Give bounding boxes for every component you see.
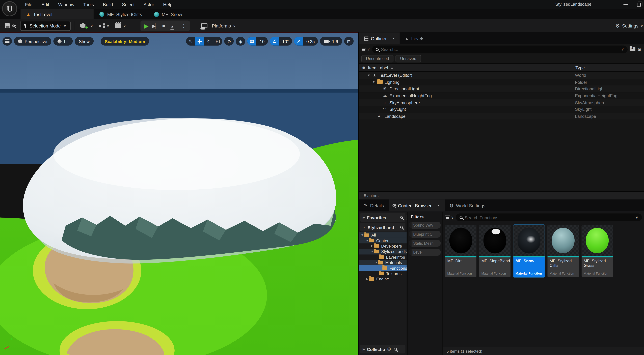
tab-content-browser[interactable]: Content Browser ×	[389, 199, 445, 211]
menu-tools[interactable]: Tools	[79, 0, 98, 8]
rotation-snap-control[interactable]: ∠ 10°	[270, 37, 292, 45]
tab-details[interactable]: ✎ Details	[359, 199, 389, 211]
filter-sound-wave[interactable]: Sound Wav	[409, 222, 441, 229]
unreal-logo-icon[interactable]: U	[2, 1, 17, 16]
scale-tool-button[interactable]: ◱	[213, 37, 222, 45]
move-tool-button[interactable]	[195, 37, 204, 45]
menu-help[interactable]: Help	[159, 0, 177, 8]
scale-snap-control[interactable]: ↗ 0.25	[294, 37, 318, 45]
outliner-row-testlevel[interactable]: ▼ ▲ TestLevel (Editor) World	[359, 72, 644, 79]
menu-actor[interactable]: Actor	[139, 0, 159, 8]
search-icon[interactable]	[400, 226, 403, 228]
grid-snap-control[interactable]: ▦ 10	[247, 37, 268, 45]
filter-static-mesh[interactable]: Static Mesh	[409, 240, 441, 247]
filter-level[interactable]: Level	[409, 249, 441, 256]
menu-file[interactable]: File	[20, 0, 37, 8]
panel-divider[interactable]	[442, 212, 443, 355]
folder-developers[interactable]: ▶ Developers	[359, 243, 406, 249]
menu-window[interactable]: Window	[54, 0, 79, 8]
show-dropdown[interactable]: Show	[75, 37, 94, 45]
close-icon[interactable]: ×	[438, 203, 440, 208]
scalability-button[interactable]: Scalability: Medium	[101, 37, 149, 45]
menu-select[interactable]: Select	[118, 0, 139, 8]
folder-content[interactable]: ▼ Content	[359, 238, 406, 243]
asset-mf-snow-selected[interactable]: MF_Snow Material Function	[513, 225, 544, 277]
filter-blueprint-class[interactable]: Blueprint Cl	[409, 231, 441, 238]
camera-speed-control[interactable]: 1.6	[320, 37, 342, 45]
selection-mode-dropdown[interactable]: Selection Mode ∨	[20, 21, 71, 31]
tab-levels[interactable]: ▲ Levels	[400, 32, 429, 44]
asset-mf-slopeblend[interactable]: MF_SlopeBlend Material Function	[479, 225, 510, 277]
frame-skip-button[interactable]: ▶▏	[150, 20, 159, 31]
eye-icon[interactable]: ◉	[362, 65, 366, 69]
outliner-filter-button[interactable]: ∨	[362, 47, 370, 51]
collections-header[interactable]: ▶ Collectio ⊕	[360, 345, 405, 353]
outliner-row-landscape[interactable]: ▲ Landscape Landscape	[359, 113, 644, 119]
angle-icon: ∠	[270, 37, 279, 45]
folder-materials[interactable]: ▼ Materials	[359, 260, 406, 265]
play-button[interactable]: ▶	[142, 20, 150, 31]
uncontrolled-button[interactable]: Uncontrolled	[362, 55, 394, 62]
settings-dropdown[interactable]: ⚙ Settings ∨	[615, 23, 644, 28]
maximize-viewport-button[interactable]: ⊞	[344, 37, 354, 45]
asset-mf-dirt[interactable]: MF_Dirt Material Function	[445, 225, 476, 277]
save-icon[interactable]	[5, 23, 10, 28]
tab-mf-stylizedcliffs[interactable]: MF_StylizedCliffs	[94, 9, 148, 19]
outliner-row-skylight[interactable]: ◠ SkyLight SkyLight	[359, 106, 644, 113]
viewport-menu-button[interactable]	[2, 37, 12, 45]
source-header[interactable]: ▼ StylizedLand	[360, 223, 405, 232]
search-icon[interactable]	[400, 216, 403, 219]
type-column[interactable]: Type	[572, 64, 644, 71]
outliner-search-input[interactable]: Search... ∨	[372, 45, 628, 53]
surface-snap-button[interactable]: ◈	[236, 37, 245, 45]
lit-dropdown[interactable]: Lit	[53, 37, 72, 45]
world-local-toggle[interactable]: ⊕	[224, 37, 234, 45]
select-tool-button[interactable]: ↖	[186, 37, 195, 45]
tab-outliner[interactable]: Outliner ×	[359, 32, 400, 44]
menu-build[interactable]: Build	[98, 0, 118, 8]
tab-mf-snow[interactable]: MF_Snow	[148, 9, 188, 19]
outliner-row-directionallight[interactable]: ☀ DirectionalLight DirectionalLight	[359, 85, 644, 92]
minimize-button[interactable]	[624, 4, 628, 5]
new-folder-button[interactable]	[630, 47, 636, 51]
restore-button[interactable]	[637, 3, 641, 6]
cinematics-dropdown[interactable]: ∨	[115, 23, 126, 28]
caret-expanded-icon[interactable]: ▼	[372, 80, 375, 84]
caret-expanded-icon[interactable]: ▼	[367, 73, 370, 77]
folder-textures[interactable]: Textures	[359, 271, 406, 276]
item-label-column[interactable]: Item Label	[368, 65, 388, 70]
folder-functions[interactable]: Functions	[359, 265, 406, 271]
material-sphere-thumbnail	[483, 228, 506, 253]
rotate-tool-button[interactable]: ↻	[204, 37, 213, 45]
unsaved-button[interactable]: Unsaved	[396, 55, 421, 62]
folder-all[interactable]: ▼ All	[359, 232, 406, 238]
outliner-row-lighting[interactable]: ▼ Lighting Folder	[359, 79, 644, 85]
asset-filter-button[interactable]: ∨	[445, 215, 454, 219]
play-options-button[interactable]: ⋮	[180, 20, 188, 31]
blueprints-dropdown[interactable]: ∨	[99, 23, 109, 28]
outliner-row-exponentialheightfog[interactable]: ☁ ExponentialHeightFog ExponentialHeight…	[359, 92, 644, 99]
favorites-header[interactable]: ▶ Favorites	[360, 213, 405, 222]
stop-button[interactable]: ■	[159, 20, 168, 31]
add-actor-dropdown[interactable]: + ∨	[80, 21, 93, 30]
folder-layerinfos[interactable]: Layerinfos	[359, 254, 406, 260]
sort-ascending-icon[interactable]: ▲	[390, 66, 394, 69]
viewport[interactable]: z Perspective Lit Show Scalability: Medi…	[0, 32, 358, 355]
asset-search-input[interactable]: Search Functions ∨	[456, 213, 642, 221]
search-icon[interactable]	[394, 348, 397, 351]
asset-mf-stylized-grass[interactable]: MF_Stylized Grass Material Function	[582, 225, 613, 277]
asset-mf-stylized-cliffs[interactable]: MF_Stylized Cliffs Material Function	[548, 225, 578, 277]
eject-button[interactable]: ▲	[168, 20, 176, 31]
close-icon[interactable]: ×	[392, 36, 395, 41]
add-collection-icon[interactable]: ⊕	[387, 347, 391, 352]
outliner-row-skyatmosphere[interactable]: ☼ SkyAtmosphere SkyAtmosphere	[359, 99, 644, 106]
tab-testlevel[interactable]: ▲ TestLevel	[20, 9, 94, 19]
panel-divider[interactable]	[406, 212, 408, 355]
folder-engine[interactable]: ▶ Engine	[359, 276, 406, 282]
tab-world-settings[interactable]: ◍ World Settings	[444, 199, 490, 211]
platforms-dropdown[interactable]: Platforms ∨	[201, 23, 236, 28]
menu-edit[interactable]: Edit	[37, 0, 54, 8]
folder-stylizedlandscape[interactable]: ▼ StylizedLands	[359, 249, 406, 254]
perspective-dropdown[interactable]: Perspective	[14, 37, 51, 45]
outliner-settings-icon[interactable]: ⚙	[638, 47, 642, 51]
